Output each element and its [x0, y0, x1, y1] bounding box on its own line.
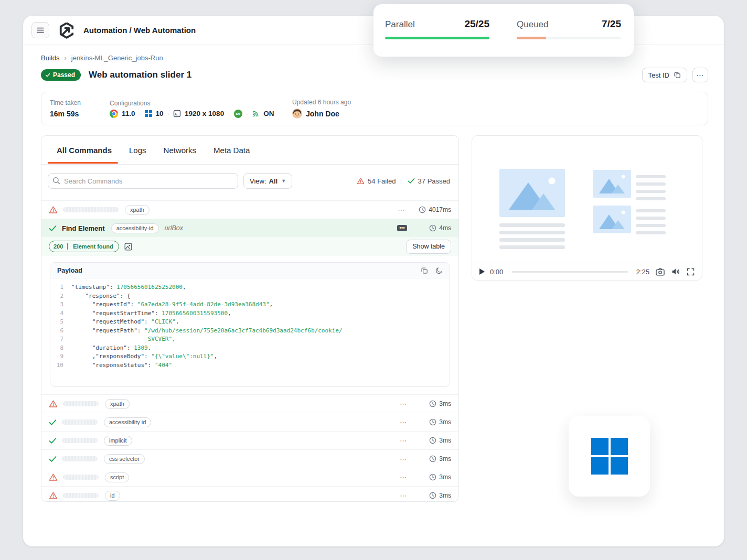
check-icon — [49, 225, 57, 232]
payload-line: 5 "requestMethod": "CLICK", — [50, 318, 450, 327]
play-icon[interactable] — [479, 268, 485, 275]
row-more-dark-icon[interactable]: ••• — [397, 225, 407, 231]
command-row[interactable]: accessibility id ⋯ 3ms — [41, 413, 458, 432]
check-icon — [49, 456, 57, 462]
clock-icon — [429, 224, 436, 232]
check-icon — [408, 178, 415, 184]
command-response-row: 200 Element found Show table — [41, 237, 458, 256]
payload-line: 3 "requestId": "6a7eda28-9f5f-4add-82de-… — [50, 300, 450, 309]
video-controls: 0:00 2:25 — [472, 263, 702, 280]
check-icon — [49, 437, 57, 444]
parallel-value: 25/25 — [464, 18, 489, 30]
payload-line: 1"timestamp": 1705665601625252000, — [50, 283, 450, 292]
page-title: Automation / Web Automation — [83, 26, 196, 35]
screenshot-camera-icon[interactable] — [656, 268, 665, 276]
command-name-skeleton — [63, 207, 119, 212]
breadcrumb-current: jenkins-ML_Generic_jobs-Run — [71, 54, 163, 62]
breadcrumb-builds-link[interactable]: Builds — [41, 54, 59, 62]
page-mock-image-large — [499, 169, 565, 217]
tab-networks[interactable]: Networks — [164, 146, 197, 155]
screenshot-icon[interactable] — [124, 243, 132, 251]
duration: 3ms — [439, 400, 451, 407]
menu-button[interactable] — [31, 22, 49, 38]
payload-line: 8 "duration": 1309, — [50, 344, 450, 353]
row-more-icon[interactable]: ⋯ — [400, 473, 407, 481]
command-name-skeleton — [63, 493, 99, 498]
passed-count: 37 Passed — [408, 177, 450, 185]
windows-logo-icon — [591, 438, 628, 475]
duration: 4ms — [439, 224, 451, 232]
locator-badge: implicit — [104, 436, 132, 446]
clock-icon — [429, 492, 436, 499]
locator-badge: id — [105, 491, 120, 501]
network-signal-icon — [252, 110, 260, 117]
row-more-icon[interactable]: ⋯ — [400, 455, 407, 463]
locator-badge: script — [105, 472, 129, 482]
command-row[interactable]: xpath ⋯ 3ms — [41, 395, 458, 413]
test-id-button[interactable]: Test ID — [642, 68, 687, 82]
warning-icon — [49, 491, 58, 500]
payload-title: Payload — [57, 267, 82, 274]
warning-icon — [49, 473, 58, 481]
chrome-browser-icon — [110, 110, 118, 118]
locator-badge: xpath — [125, 205, 150, 215]
duration: 4017ms — [429, 206, 451, 213]
video-preview[interactable] — [472, 136, 702, 264]
chevron-right-icon: › — [64, 54, 66, 62]
row-more-icon[interactable]: ⋯ — [400, 418, 407, 426]
show-table-button[interactable]: Show table — [406, 240, 451, 254]
command-row[interactable]: css selector ⋯ 3ms — [41, 450, 458, 468]
chevron-down-icon: ▼ — [281, 178, 286, 184]
response-status-pill: 200 Element found — [49, 241, 119, 252]
command-name-skeleton — [62, 456, 98, 461]
video-seek-bar[interactable] — [511, 271, 627, 273]
status-badge: Passed — [41, 69, 81, 81]
row-more-icon[interactable]: ⋯ — [398, 206, 405, 214]
command-row[interactable]: xpath ⋯ 4017ms — [41, 201, 458, 219]
tab-logs[interactable]: Logs — [129, 146, 146, 155]
updated-label: Updated 6 hours ago — [292, 99, 351, 106]
command-row[interactable]: id ⋯ 3ms — [41, 487, 458, 502]
test-summary-bar: Time taken 16m 59s Configurations 11.0 ·… — [41, 92, 708, 125]
volume-icon[interactable] — [671, 268, 680, 275]
configurations-label: Configurations — [110, 100, 284, 107]
breadcrumb: Builds › jenkins-ML_Generic_jobs-Run — [41, 54, 163, 62]
page-mock-text-lines — [636, 209, 666, 234]
payload-line: 2 "response": { — [50, 292, 450, 301]
fullscreen-icon[interactable] — [687, 268, 695, 276]
row-more-icon[interactable]: ⋯ — [400, 437, 407, 445]
command-row[interactable]: implicit ⋯ 3ms — [41, 432, 458, 450]
configurations-row: 11.0 · 10 · 1920 x 1080 · se · ON — [110, 110, 284, 118]
more-options-button[interactable]: ⋯ — [692, 68, 708, 82]
copy-icon[interactable] — [421, 267, 428, 274]
time-taken-label: Time taken — [50, 99, 102, 106]
parallel-stat: Parallel 25/25 — [385, 18, 489, 57]
page-mock-text-lines — [499, 223, 565, 249]
view-filter-dropdown[interactable]: View: All ▼ — [243, 173, 292, 189]
command-name-skeleton — [63, 475, 99, 480]
test-title: Web automation slider 1 — [89, 70, 191, 80]
user-name: John Doe — [306, 110, 339, 118]
tab-meta-data[interactable]: Meta Data — [214, 146, 250, 155]
payload-code: 1"timestamp": 1705665601625252000, 2 "re… — [50, 278, 450, 374]
command-row-selected[interactable]: Find Element accessibility-id urlBox •••… — [41, 219, 458, 237]
payload-line: 9 ,"responseBody": "{\"value\":null}", — [50, 352, 450, 361]
tab-all-commands[interactable]: All Commands — [57, 146, 112, 155]
duration: 3ms — [439, 473, 451, 481]
row-more-icon[interactable]: ⋯ — [400, 400, 407, 408]
time-taken-value: 16m 59s — [50, 110, 102, 118]
queued-value: 7/25 — [602, 18, 621, 30]
search-input[interactable] — [48, 173, 238, 189]
main-window: Automation / Web Automation Builds › jen… — [23, 16, 724, 546]
duration: 3ms — [439, 492, 451, 499]
row-more-icon[interactable]: ⋯ — [400, 492, 407, 500]
command-row[interactable]: script ⋯ 3ms — [41, 468, 458, 487]
dark-mode-moon-icon[interactable] — [435, 267, 443, 274]
response-message: Element found — [67, 243, 118, 250]
os-windows-card — [569, 416, 650, 497]
command-name-skeleton — [62, 419, 98, 425]
duration: 3ms — [439, 455, 451, 462]
response-code: 200 — [49, 243, 67, 250]
selenium-icon: se — [234, 110, 242, 118]
duration: 3ms — [439, 437, 451, 444]
